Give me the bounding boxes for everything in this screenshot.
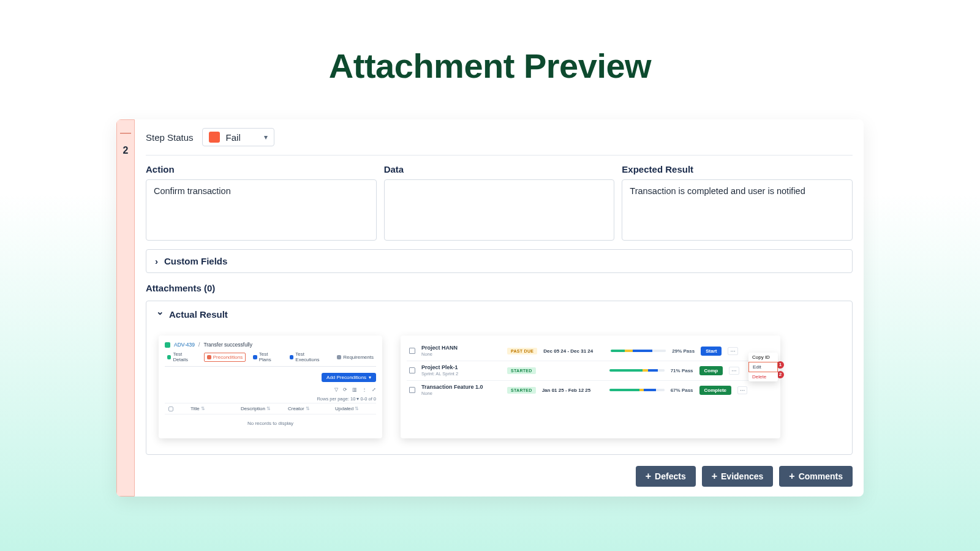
menu-edit[interactable]: Edit [748,362,778,372]
progress-bar [609,389,665,391]
expected-input[interactable]: Transaction is completed and user is not… [622,179,853,241]
crumb-title: Transfer successfully [203,342,252,348]
tab-test-details[interactable]: Test Details [165,350,199,364]
actual-result-label: Actual Result [169,309,228,320]
project-row[interactable]: Project Plek-1Sprint: AL Sprint 2STARTED… [407,361,774,381]
chevron-right-icon [155,256,158,266]
data-label: Data [384,164,615,174]
start-button[interactable]: Start [701,347,722,356]
project-name: Project Plek-1Sprint: AL Sprint 2 [421,365,501,377]
menu-copy-id[interactable]: Copy ID [748,353,778,362]
tab-test-plans[interactable]: Test Plans [251,350,282,364]
plus-icon: + [646,471,651,481]
more-icon[interactable]: ··· [729,367,739,375]
attachments-label: Attachments (0) [146,283,853,293]
project-name: Transaction Feature 1.0None [421,384,501,396]
step-status-select[interactable]: Fail ▾ [202,128,274,146]
project-row[interactable]: Project HANNNonePAST DUEDec 05 24 - Dec … [407,342,774,361]
expected-label: Expected Result [622,164,853,174]
add-defects-button[interactable]: +Defects [636,466,696,487]
col-updated[interactable]: Updated ⇅ [335,406,369,411]
tab-requirements[interactable]: Requirements [334,353,376,361]
progress-bar [611,350,666,352]
plus-icon: + [789,471,794,481]
tab-dot-icon [167,355,171,359]
add-comments-button[interactable]: +Comments [779,466,853,487]
step-number: 2 [123,145,129,156]
step-gutter: — 2 [116,119,135,497]
date-range: Jan 01 25 - Feb 12 25 [542,388,603,393]
context-menu[interactable]: Copy IDEditDelete [748,353,778,381]
col-title[interactable]: Title ⇅ [190,406,227,411]
empty-state: No records to display [165,414,376,432]
collapse-icon[interactable]: — [120,126,131,139]
flag-icon [409,367,415,373]
rows-per-page: Rows per page: 10 ▾ 0-0 of 0 [165,395,376,403]
refresh-icon[interactable]: ⟳ [343,387,347,392]
chevron-down-icon: ▾ [264,133,268,141]
flag-icon [409,348,415,354]
status-badge: STARTED [507,387,536,394]
more-icon[interactable]: ··· [737,386,747,394]
progress-bar [609,369,665,372]
pass-pct: 71% Pass [671,368,693,373]
col-description[interactable]: Description ⇅ [241,406,274,411]
date-range: Dec 05 24 - Dec 31 24 [543,348,605,354]
add-evidences-button[interactable]: +Evidences [702,466,774,487]
pass-pct: 29% Pass [672,348,695,354]
status-badge: PAST DUE [507,348,537,354]
expand-icon[interactable]: ⤢ [372,387,376,392]
status-badge: STARTED [507,367,536,374]
flag-icon [409,387,415,393]
action-label: Action [146,164,377,174]
col-creator[interactable]: Creator ⇅ [288,406,322,411]
project-name: Project HANNNone [421,345,501,357]
tab-test-executions[interactable]: Test Executions [287,350,330,364]
tab-dot-icon [290,355,293,359]
custom-fields-toggle[interactable]: Custom Fields [146,249,853,273]
crumb-sep: / [198,342,200,348]
custom-fields-label: Custom Fields [164,256,227,266]
status-swatch [209,132,220,143]
menu-delete[interactable]: Delete [748,372,778,381]
columns-icon[interactable]: ▥ [352,387,357,392]
plus-icon: + [712,471,717,481]
action-input[interactable]: Confirm transaction [146,179,377,241]
tab-preconditions[interactable]: Preconditions [204,353,246,362]
data-input[interactable] [384,179,615,241]
more-icon[interactable]: ··· [728,347,737,355]
attachment-thumb-projects[interactable]: Project HANNNonePAST DUEDec 05 24 - Dec … [401,335,780,438]
add-preconditions-button[interactable]: Add Preconditions▾ [322,373,376,382]
actual-result-toggle[interactable]: Actual Result [156,309,842,320]
tab-dot-icon [207,355,211,359]
tab-dot-icon [337,355,341,359]
step-panel: — 2 Step Status Fail ▾ Action Confirm tr… [116,119,864,497]
crumb-id: ADV-439 [174,342,195,348]
attachment-thumb-preconditions[interactable]: ADV-439 / Transfer successfully Test Det… [159,335,382,438]
complete-button[interactable]: Complete [699,386,731,395]
status-value: Fail [226,132,241,143]
comp-button[interactable]: Comp [699,366,723,375]
filter-icon[interactable]: ▽ [334,387,338,392]
project-row[interactable]: Transaction Feature 1.0NoneSTARTEDJan 01… [407,381,774,400]
kebab-icon[interactable]: ⋮ [362,387,367,392]
pass-pct: 67% Pass [671,388,693,393]
tab-dot-icon [253,355,257,359]
chevron-down-icon [156,309,164,320]
checkbox[interactable] [168,407,173,411]
page-title: Attachment Preview [0,0,980,119]
check-icon [165,342,170,348]
step-status-label: Step Status [146,132,194,143]
